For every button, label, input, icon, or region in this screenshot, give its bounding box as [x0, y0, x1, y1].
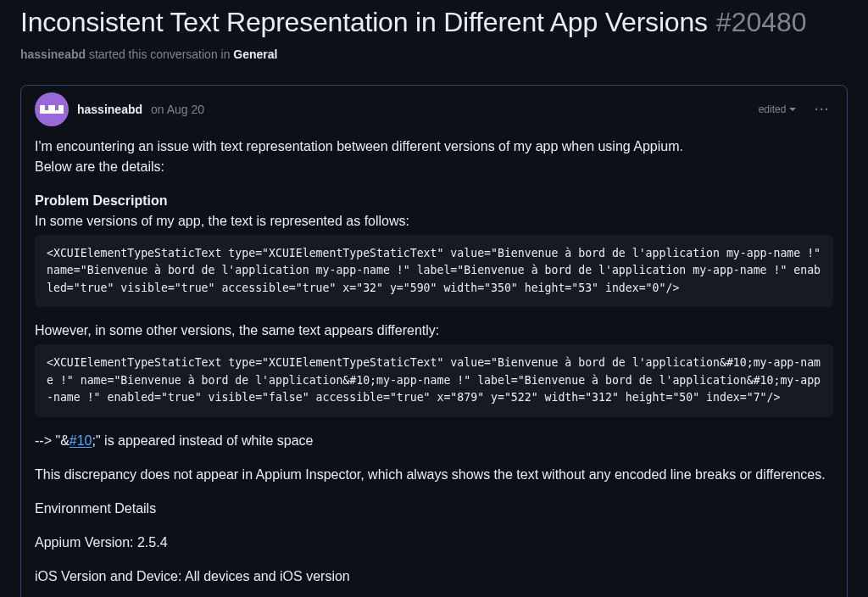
discussion-title: Inconsistent Text Representation in Diff… [20, 5, 708, 39]
subheader-author[interactable]: hassineabd [20, 47, 86, 61]
env-heading: Environment Details [35, 499, 833, 519]
arrow-line: --> "&#10;" is appeared instead of white… [35, 431, 833, 451]
intro-line-1: I'm encountering an issue with text repr… [35, 137, 833, 157]
problem-heading: Problem Description [35, 193, 167, 208]
comment-date[interactable]: on Aug 20 [151, 103, 204, 116]
code-block-1: <XCUIElementTypeStaticText type="XCUIEle… [35, 235, 833, 307]
env-ios: iOS Version and Device: All devices and … [35, 566, 833, 587]
subheader-category[interactable]: General [233, 47, 277, 61]
intro-line-2: Below are the details: [35, 157, 833, 177]
code-block-2: <XCUIElementTypeStaticText type="XCUIEle… [35, 344, 833, 416]
avatar[interactable] [35, 92, 69, 126]
chevron-down-icon [789, 108, 796, 111]
arrow-suffix: ;" is appeared instead of white space [92, 433, 314, 448]
discussion-title-row: Inconsistent Text Representation in Diff… [20, 0, 848, 39]
comment-author[interactable]: hassineabd [77, 103, 142, 116]
discussion-number: #20480 [716, 7, 807, 38]
comment-body: I'm encountering an issue with text repr… [21, 130, 847, 597]
kebab-menu-icon[interactable]: ··· [811, 101, 833, 118]
comment-container: hassineabd on Aug 20 edited ··· I'm enco… [20, 85, 848, 597]
however-line: However, in some other versions, the sam… [35, 321, 833, 341]
edited-dropdown[interactable]: edited [759, 103, 797, 115]
arrow-prefix: --> "& [35, 433, 70, 448]
env-appium: Appium Version: 2.5.4 [35, 533, 833, 553]
subheader-mid: started this conversation in [86, 47, 233, 61]
edited-label: edited [759, 103, 787, 115]
issue-link-10[interactable]: #10 [70, 433, 92, 448]
discrepancy-line: This discrepancy does not appear in Appi… [35, 465, 833, 485]
discussion-subheader: hassineabd started this conversation in … [20, 47, 848, 61]
problem-line: In some versions of my app, the text is … [35, 211, 833, 232]
comment-header: hassineabd on Aug 20 edited ··· [21, 86, 847, 130]
